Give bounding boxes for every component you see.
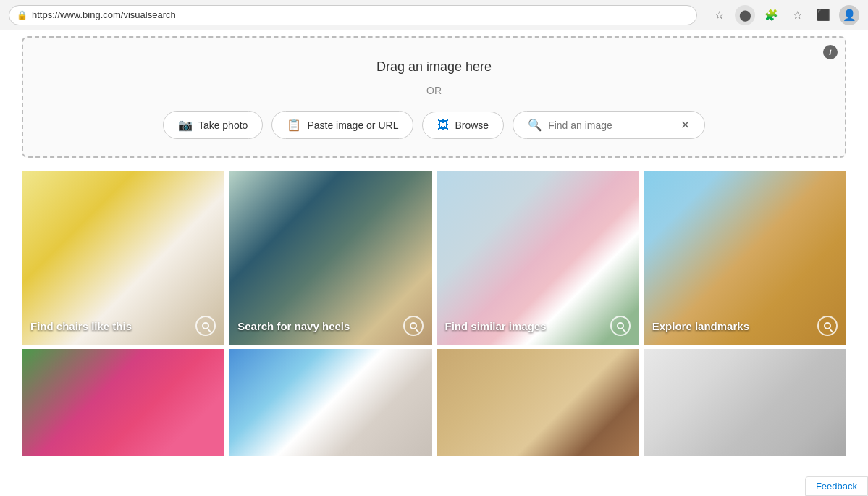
heels-caption: Search for navy heels: [237, 316, 423, 336]
camera-icon: 📷: [178, 118, 193, 132]
browser-icons: ☆ ⬤ 🧩 ☆ ⬛ 👤: [709, 5, 859, 25]
grid-item-sphinx[interactable]: Explore landmarks: [644, 171, 846, 345]
drag-text: Drag an image here: [376, 59, 492, 75]
browser-chrome: 🔒 https://www.bing.com/visualsearch ☆ ⬤ …: [0, 0, 868, 30]
paste-icon: 📋: [287, 118, 301, 132]
grid-item-room[interactable]: [644, 349, 846, 456]
heels-search-circle: [403, 316, 424, 336]
close-icon[interactable]: ✕: [681, 118, 690, 132]
extension-icon[interactable]: 🧩: [761, 5, 781, 25]
info-icon[interactable]: i: [823, 45, 838, 59]
avatar[interactable]: 👤: [839, 5, 859, 25]
flower-caption: Find similar images: [445, 316, 631, 336]
action-buttons: 📷 Take photo 📋 Paste image or URL 🖼 Brow…: [163, 111, 705, 139]
grid-item-heels[interactable]: Search for navy heels: [229, 171, 431, 345]
paste-image-button[interactable]: 📋 Paste image or URL: [271, 111, 413, 139]
address-bar[interactable]: 🔒 https://www.bing.com/visualsearch: [9, 5, 697, 25]
or-divider: OR: [392, 85, 476, 96]
grid-item-dog[interactable]: [437, 349, 639, 456]
grid-item-chair[interactable]: Find chairs like this: [22, 171, 224, 345]
image-grid: Find chairs like this Search for navy he…: [0, 158, 868, 456]
chair-search-circle: [195, 316, 216, 336]
star-icon[interactable]: ☆: [709, 5, 729, 25]
sphinx-search-circle: [817, 316, 838, 336]
collections-icon[interactable]: ⬛: [813, 5, 833, 25]
upload-area: i Drag an image here OR 📷 Take photo 📋 P…: [22, 36, 846, 158]
browse-label: Browse: [455, 119, 489, 131]
flower-search-circle: [610, 316, 631, 336]
paste-image-label: Paste image or URL: [307, 119, 398, 131]
find-image-search[interactable]: 🔍 ✕: [513, 111, 705, 139]
take-photo-button[interactable]: 📷 Take photo: [163, 111, 264, 139]
chair-caption: Find chairs like this: [30, 316, 216, 336]
grid-item-temple[interactable]: [229, 349, 431, 456]
search-input[interactable]: [548, 119, 675, 131]
grid-item-flower[interactable]: Find similar images: [437, 171, 639, 345]
profile-icon[interactable]: ⬤: [735, 5, 755, 25]
feedback-label: Feedback: [816, 481, 857, 492]
sphinx-caption: Explore landmarks: [652, 316, 838, 336]
feedback-button[interactable]: Feedback: [805, 476, 868, 496]
lock-icon: 🔒: [17, 10, 28, 20]
url-text: https://www.bing.com/visualsearch: [32, 9, 176, 20]
take-photo-label: Take photo: [198, 119, 248, 131]
grid-item-tulips[interactable]: [22, 349, 224, 456]
favorites-icon[interactable]: ☆: [787, 5, 807, 25]
browse-icon: 🖼: [437, 119, 449, 132]
search-icon: 🔍: [528, 118, 542, 132]
browse-button[interactable]: 🖼 Browse: [422, 112, 504, 139]
